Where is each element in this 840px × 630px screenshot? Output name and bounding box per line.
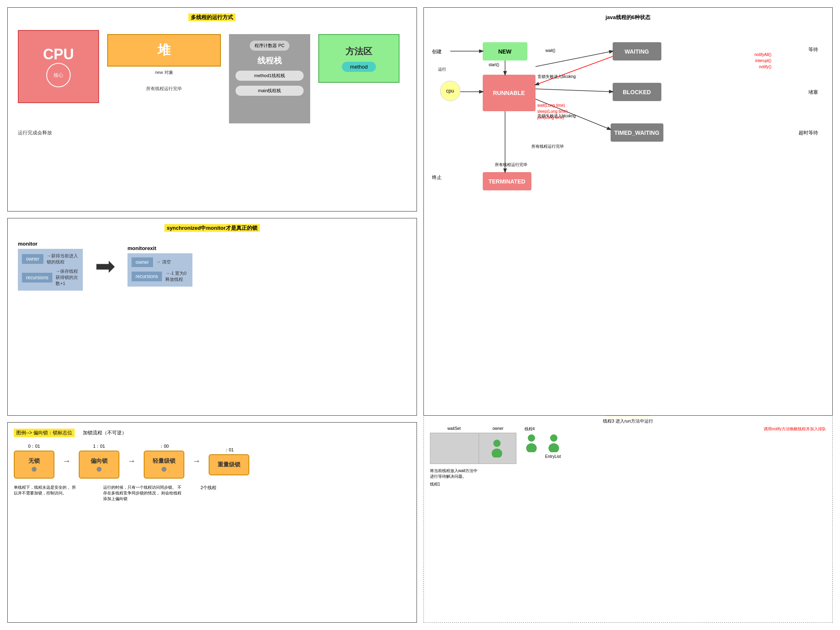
state-blocked: BLOCKED xyxy=(613,83,661,101)
finish-label: 运行完成会释放 xyxy=(18,129,52,136)
panel3-title: synchronized中monitor才是真正的锁 xyxy=(14,224,410,232)
state-new: NEW xyxy=(483,42,527,60)
wn-section2-row: waitSet owner 将当前线程放入wait方法中 xyxy=(430,426,827,487)
monitorexit-section: monitorexit owner → 清空 recursions →-1 置为… xyxy=(127,245,192,287)
owner-row: owner →获得当前进入锁的线程 xyxy=(22,253,79,265)
panel2-content: cpu 创建 NEW RUNNABLE WAITING BLOCKED TIME… xyxy=(430,26,827,229)
lock-item-0: 0：01 无锁 xyxy=(14,443,54,479)
lock-fail-label: 竞锁失败进入blcokng xyxy=(538,74,576,80)
wn-s2-right: 线程4 EntryList xyxy=(525,426,561,459)
panel4-title: 图例--> 偏向锁：锁标志位 xyxy=(14,429,75,437)
owner-field: owner xyxy=(22,254,43,264)
interrupt-label: interupt() xyxy=(755,58,771,63)
monitor-label: monitor xyxy=(18,241,83,247)
panel-multithreading: 多线程的运行方式 CPU 核心 堆 new 对象 所有线程运行完毕 xyxy=(7,7,417,211)
panel2-title: java线程的6种状态 xyxy=(430,14,827,21)
wait-transition: wait() xyxy=(546,48,555,53)
svg-line-3 xyxy=(536,51,613,67)
owner-desc: →获得当前进入锁的线程 xyxy=(47,253,79,265)
wait-label: 等待 xyxy=(808,46,818,53)
recursions-row: recursions →保存线程获得锁的次数+1 xyxy=(22,268,79,287)
person-icon-s2-thread4 xyxy=(525,434,539,452)
panel-java-thread-states: java线程的6种状态 cpu 创建 NEW RUNNABLE WAITING … xyxy=(423,7,833,416)
panel4-header: 图例--> 偏向锁：锁标志位 加锁流程（不可逆） xyxy=(14,429,410,437)
all-finish-label2: 所有线程运行完毕 xyxy=(531,144,564,149)
method1-box: method1线程栈 xyxy=(235,70,304,81)
lock-item-1: 1：01 偏向锁 xyxy=(79,443,119,479)
svg-point-22 xyxy=(493,440,501,447)
panel4-subtitle: 加锁流程（不可逆） xyxy=(83,429,127,436)
lock-bits-1: 1：01 xyxy=(93,443,105,449)
s2-thread-labels: 线程4 xyxy=(525,426,561,432)
lock-box-3: 重量级锁 xyxy=(209,454,249,475)
thread-stack-label: 线程栈 xyxy=(235,55,304,66)
big-arrow: ➡ xyxy=(95,252,115,280)
pc-box: 程序计数器 PC xyxy=(249,40,289,51)
lock-desc-1: 运行的时候，只有一个线程访问同步锁。 不存在多线程竞争同步锁的情况， 则会给线程… xyxy=(103,485,184,502)
state-runnable: RUNNABLE xyxy=(483,75,536,111)
panel-lock-upgrade: 图例--> 偏向锁：锁标志位 加锁流程（不可逆） 0：01 无锁 → 1：01 … xyxy=(7,422,417,623)
lock-arrow-2: → xyxy=(192,456,201,466)
lock-box-2: 轻量级锁 xyxy=(144,451,184,479)
monitor-box: owner →获得当前进入锁的线程 recursions →保存线程获得锁的次数… xyxy=(18,249,83,291)
monitor-visual-3 xyxy=(430,433,516,464)
lock-bits-2: ：00 xyxy=(159,443,168,449)
svg-point-27 xyxy=(548,443,559,452)
exit-owner-desc: → 清空 xyxy=(156,259,171,265)
s2-persons xyxy=(525,434,561,452)
panel3-content: monitor owner →获得当前进入锁的线程 recursions →保存… xyxy=(14,237,410,295)
heap-box: 堆 xyxy=(107,34,221,67)
svg-line-4 xyxy=(536,56,613,85)
notify-call-text: 调用notify方法唤醒线程并加入排队 xyxy=(764,426,826,432)
thread1-label-s2: 线程1 xyxy=(430,481,516,487)
wn-s2-left: waitSet owner 将当前线程放入wait方法中 xyxy=(430,426,516,487)
recursions-field: recursions xyxy=(22,273,52,283)
method-area-section: 方法区 method xyxy=(318,34,399,123)
exit-recursions-desc: →-1 置为0 释放线程 xyxy=(165,270,188,283)
cpu-label: CPU xyxy=(43,46,74,63)
lock-desc-0: 单线程下，线程永远是安全的， 所以并不需要加锁，控制访问。 xyxy=(14,485,79,502)
thread-stack-box: 程序计数器 PC 线程栈 method1线程栈 main线程栈 xyxy=(229,34,310,123)
lock-descriptions: 单线程下，线程永远是安全的， 所以并不需要加锁，控制访问。 运行的时候，只有一个… xyxy=(14,485,410,502)
lock-bits-0: 0：01 xyxy=(28,443,40,449)
s2-entrylist: EntryList xyxy=(525,454,561,459)
run-label: 运行 xyxy=(438,67,446,72)
exit-owner-row: owner → 清空 xyxy=(132,257,188,267)
wn-section2-desc: 线程3 进入run方法中运行 xyxy=(430,418,827,424)
state-terminated: TERMINATED xyxy=(483,172,531,190)
cpu-box: CPU 核心 xyxy=(18,30,99,103)
s2-thread4-label: 线程4 xyxy=(525,426,535,432)
heap-label: 堆 xyxy=(158,41,171,59)
svg-point-23 xyxy=(492,449,502,457)
terminate-label: 终止 xyxy=(432,174,442,181)
all-finish-label: 所有线程运行完毕 xyxy=(146,86,182,92)
lock-dot-0 xyxy=(32,467,37,472)
wn-s2-diagram: waitSet owner 将当前线程放入wait方法中 xyxy=(430,426,561,487)
exit-owner-field: owner xyxy=(132,257,153,267)
lock-item-2: ：00 轻量级锁 xyxy=(144,443,184,479)
wn-s2-header: waitSet owner xyxy=(430,426,516,431)
new-obj-label: new 对象 xyxy=(155,69,173,76)
lock-fail2-label: 竞锁失败进入blcokng xyxy=(538,113,576,119)
svg-point-24 xyxy=(528,434,535,442)
svg-point-25 xyxy=(526,443,537,452)
exit-recursions-row: recursions →-1 置为0 释放线程 xyxy=(132,270,188,283)
method-pill: method xyxy=(342,62,376,72)
state-timed-waiting: TIMED_WAITING xyxy=(611,123,663,142)
method-area-box: 方法区 method xyxy=(318,34,399,83)
monitorexit-label: monitorexit xyxy=(127,245,192,251)
person-icon-owner3 xyxy=(490,439,504,457)
owner-3 xyxy=(479,433,516,464)
method-area-label: 方法区 xyxy=(346,45,372,58)
create-label: 创建 xyxy=(432,48,442,55)
timeout-wait-label: 超时等待 xyxy=(799,129,818,136)
monitor-section: monitor owner →获得当前进入锁的线程 recursions →保存… xyxy=(18,241,83,291)
svg-line-5 xyxy=(536,89,613,92)
lock-dot-1 xyxy=(97,467,101,472)
cpu-circle: cpu xyxy=(440,81,460,101)
lock-box-0: 无锁 xyxy=(14,451,54,479)
lock-box-1: 偏向锁 xyxy=(79,451,119,479)
wait-set-3 xyxy=(430,433,479,464)
blocked-label: 堵塞 xyxy=(808,89,818,96)
state-waiting: WAITING xyxy=(613,42,661,60)
